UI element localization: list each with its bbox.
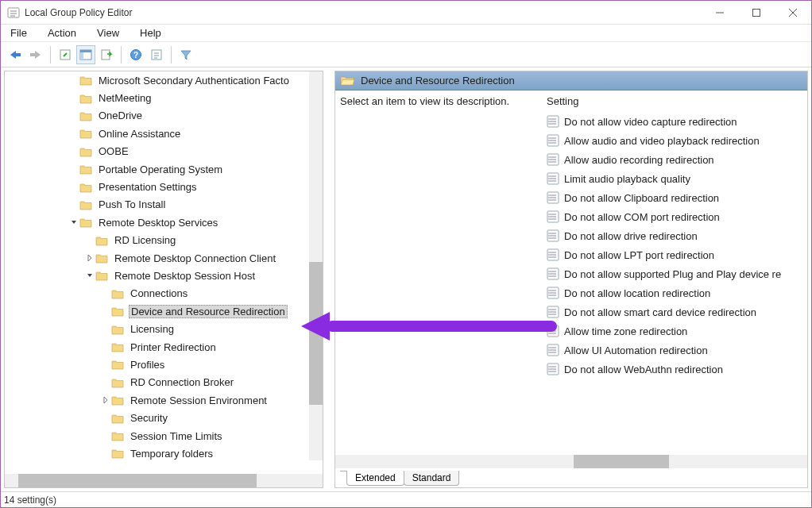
tree-item[interactable]: RD Licensing bbox=[5, 232, 323, 249]
svg-text:?: ? bbox=[133, 51, 138, 60]
svg-rect-15 bbox=[15, 53, 21, 56]
setting-label: Allow time zone redirection bbox=[564, 325, 687, 337]
tree-item[interactable]: OOBE bbox=[5, 143, 323, 160]
setting-item[interactable]: Allow time zone redirection bbox=[547, 321, 807, 341]
svg-rect-12 bbox=[753, 9, 760, 16]
tree-item[interactable]: Remote Desktop Services bbox=[5, 214, 323, 231]
tree-item[interactable]: Portable Operating System bbox=[5, 160, 323, 178]
tree-item-label: Portable Operating System bbox=[97, 164, 224, 175]
menu-help[interactable]: Help bbox=[137, 25, 164, 40]
setting-label: Do not allow WebAuthn redirection bbox=[564, 364, 723, 375]
tree-item[interactable]: NetMeeting bbox=[5, 89, 323, 106]
setting-item[interactable]: Do not allow drive redirection bbox=[547, 226, 807, 245]
tree-item[interactable]: Remote Desktop Session Host bbox=[5, 267, 323, 284]
toolbar-properties-icon[interactable] bbox=[56, 45, 75, 64]
tree-item[interactable]: Printer Redirection bbox=[5, 338, 323, 356]
tree-item[interactable]: Security bbox=[5, 409, 323, 426]
tree-item-label: Remote Desktop Connection Client bbox=[113, 252, 277, 264]
setting-item[interactable]: Do not allow Clipboard redirection bbox=[547, 188, 807, 207]
tree-item[interactable]: Push To Install bbox=[5, 196, 323, 214]
tab-extended[interactable]: Extended bbox=[346, 471, 404, 486]
setting-item[interactable]: Do not allow WebAuthn redirection bbox=[547, 360, 807, 379]
setting-item[interactable]: Do not allow COM port redirection bbox=[547, 207, 807, 226]
tree-item-label: Microsoft Secondary Authentication Facto bbox=[97, 75, 291, 87]
tree-vertical-scrollbar[interactable] bbox=[309, 71, 323, 460]
back-button[interactable] bbox=[6, 45, 25, 64]
toolbar-help-icon[interactable]: ? bbox=[126, 45, 145, 64]
tree-item-label: RD Licensing bbox=[113, 234, 177, 246]
tree-item[interactable]: Profiles bbox=[5, 356, 323, 373]
tree-item-label: Device and Resource Redirection bbox=[129, 305, 288, 318]
tree-item-label: Licensing bbox=[129, 323, 176, 335]
setting-item[interactable]: Allow audio and video playback redirecti… bbox=[547, 131, 807, 150]
menu-action[interactable]: Action bbox=[44, 25, 79, 40]
toolbar-policy-icon[interactable] bbox=[147, 45, 166, 64]
title-bar: Local Group Policy Editor bbox=[1, 1, 811, 25]
detail-horizontal-scrollbar[interactable] bbox=[335, 455, 807, 468]
chevron-right-icon[interactable] bbox=[100, 394, 111, 406]
tree-item-label: Presentation Settings bbox=[97, 181, 199, 193]
close-button[interactable] bbox=[775, 1, 811, 25]
folder-icon bbox=[95, 270, 108, 281]
tree-item[interactable]: Licensing bbox=[5, 320, 323, 337]
tree-item[interactable]: Online Assistance bbox=[5, 125, 323, 142]
policy-icon bbox=[547, 363, 559, 375]
splitter[interactable] bbox=[327, 71, 331, 488]
folder-icon bbox=[111, 288, 124, 299]
tree-item[interactable]: Session Time Limits bbox=[5, 427, 323, 444]
toolbar-export-icon[interactable] bbox=[97, 45, 116, 64]
tree-item[interactable]: Presentation Settings bbox=[5, 178, 323, 195]
folder-icon bbox=[79, 182, 92, 193]
tree-item[interactable]: RD Connection Broker bbox=[5, 374, 323, 391]
tree-item[interactable]: Device and Resource Redirection bbox=[5, 302, 323, 320]
tree-panel: Microsoft Secondary Authentication Facto… bbox=[4, 71, 323, 488]
policy-icon bbox=[547, 248, 559, 261]
chevron-right-icon[interactable] bbox=[84, 252, 95, 264]
chevron-down-icon[interactable] bbox=[84, 270, 95, 281]
policy-icon bbox=[547, 115, 559, 128]
tree-item[interactable]: Remote Desktop Connection Client bbox=[5, 249, 323, 267]
toolbar-filter-icon[interactable] bbox=[176, 45, 195, 64]
setting-item[interactable]: Do not allow smart card device redirecti… bbox=[547, 302, 807, 321]
detail-header-title: Device and Resource Redirection bbox=[361, 75, 515, 87]
setting-label: Do not allow drive redirection bbox=[564, 230, 698, 242]
status-text: 14 setting(s) bbox=[4, 495, 56, 506]
setting-label: Do not allow COM port redirection bbox=[564, 211, 720, 223]
setting-item[interactable]: Allow UI Automation redirection bbox=[547, 341, 807, 360]
tree-horizontal-scrollbar[interactable] bbox=[5, 474, 309, 487]
setting-item[interactable]: Do not allow LPT port redirection bbox=[547, 245, 807, 264]
folder-icon bbox=[79, 217, 92, 228]
toolbar-show-tree-icon[interactable] bbox=[76, 45, 95, 64]
chevron-down-icon[interactable] bbox=[68, 217, 79, 228]
menu-file[interactable]: File bbox=[7, 25, 30, 40]
maximize-button[interactable] bbox=[738, 1, 775, 25]
app-icon bbox=[7, 6, 20, 19]
setting-item[interactable]: Limit audio playback quality bbox=[547, 169, 807, 188]
policy-icon bbox=[547, 153, 559, 166]
tree-item[interactable]: Remote Session Environment bbox=[5, 391, 323, 409]
svg-rect-21 bbox=[102, 50, 110, 60]
tree-item[interactable]: Temporary folders bbox=[5, 444, 323, 460]
column-header-setting[interactable]: Setting bbox=[547, 95, 807, 112]
tab-standard[interactable]: Standard bbox=[404, 471, 460, 486]
tree-item[interactable]: Microsoft Secondary Authentication Facto bbox=[5, 71, 323, 89]
tree-item-label: Connections bbox=[129, 287, 189, 299]
setting-item[interactable]: Do not allow location redirection bbox=[547, 283, 807, 302]
setting-item[interactable]: Allow audio recording redirection bbox=[547, 150, 807, 169]
folder-icon bbox=[111, 448, 124, 459]
folder-icon bbox=[111, 377, 124, 388]
setting-label: Allow audio and video playback redirecti… bbox=[564, 135, 760, 147]
tree-item[interactable]: Connections bbox=[5, 285, 323, 302]
minimize-button[interactable] bbox=[702, 1, 738, 25]
setting-item[interactable]: Do not allow supported Plug and Play dev… bbox=[547, 264, 807, 283]
menu-view[interactable]: View bbox=[94, 25, 122, 40]
tree-item-label: OneDrive bbox=[97, 110, 144, 121]
policy-icon bbox=[547, 325, 559, 337]
toolbar: ? bbox=[1, 42, 811, 67]
forward-button[interactable] bbox=[26, 45, 45, 64]
tree-item-label: Push To Install bbox=[97, 198, 167, 210]
tree-item[interactable]: OneDrive bbox=[5, 107, 323, 125]
folder-icon bbox=[95, 235, 108, 246]
setting-item[interactable]: Do not allow video capture redirection bbox=[547, 112, 807, 131]
tree-item-label: Session Time Limits bbox=[129, 430, 224, 442]
